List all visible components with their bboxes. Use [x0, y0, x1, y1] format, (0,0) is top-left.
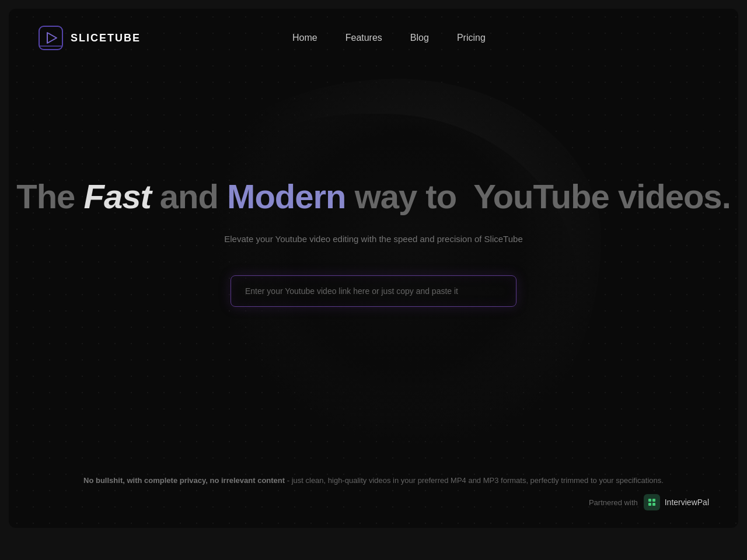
title-mid: and [151, 177, 227, 215]
svg-rect-6 [648, 503, 651, 506]
tagline-bold: No bullshit, with complete privacy, no i… [83, 476, 285, 485]
svg-rect-7 [652, 503, 655, 506]
hero-title: The Fast and Modern way to YouTube video… [16, 178, 731, 215]
nav-pricing[interactable]: Pricing [457, 33, 486, 43]
nav-blog[interactable]: Blog [410, 33, 429, 43]
hero-section: The Fast and Modern way to YouTube video… [9, 67, 738, 464]
svg-rect-3 [647, 497, 657, 508]
title-accent-fast: Fast [83, 177, 151, 215]
logo[interactable]: SLICETUBE [38, 25, 141, 51]
partner-badge[interactable]: InterviewPal [644, 494, 709, 510]
hero-subtitle: Elevate your Youtube video editing with … [224, 233, 522, 246]
partnered-label: Partnered with [589, 498, 638, 507]
svg-rect-5 [652, 499, 655, 502]
nav-features[interactable]: Features [345, 33, 382, 43]
nav-home[interactable]: Home [292, 33, 317, 43]
partner-name: InterviewPal [665, 498, 709, 507]
title-suffix: way to YouTube videos. [346, 177, 731, 215]
svg-rect-4 [648, 499, 651, 502]
tagline-rest: - just clean, high-quality videos in you… [285, 476, 664, 485]
footer-tagline: No bullshit, with complete privacy, no i… [38, 476, 709, 485]
title-accent-modern: Modern [227, 177, 345, 215]
header: SLICETUBE Home Features Blog Pricing [9, 9, 738, 67]
title-prefix: The [16, 177, 83, 215]
partnered-row: Partnered with InterviewPal [38, 494, 709, 510]
url-input[interactable] [231, 275, 516, 307]
partner-icon [644, 494, 660, 510]
logo-icon [38, 25, 64, 51]
url-input-container [231, 275, 516, 307]
main-nav: Home Features Blog Pricing [292, 33, 486, 43]
logo-text: SLICETUBE [71, 32, 141, 44]
footer: No bullshit, with complete privacy, no i… [9, 464, 738, 528]
svg-marker-1 [47, 33, 57, 43]
